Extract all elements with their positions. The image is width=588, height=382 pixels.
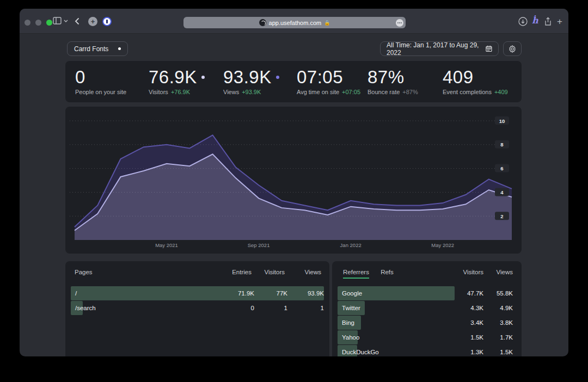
stat-bounce-rate: 87% Bounce rate+87% [367, 67, 418, 95]
minimize-window-button[interactable] [35, 20, 41, 26]
back-icon[interactable] [75, 17, 79, 25]
tables-section: Pages Entries Visitors Views / 71.9K 77K… [20, 261, 568, 356]
chevron-down-icon[interactable] [64, 20, 68, 23]
date-range-button[interactable]: All Time: Jan 1, 2017 to Aug 29, 2022 [380, 41, 499, 56]
downloads-icon[interactable] [518, 17, 528, 26]
site-selector-button[interactable]: Carrd Fonts [67, 41, 128, 56]
svg-text:May 2022: May 2022 [431, 242, 454, 248]
referrer-row-yahoo[interactable]: Yahoo 1.5K 1.7K [338, 330, 516, 344]
views-series-dot [276, 76, 279, 79]
referrer-row-duckduckgo[interactable]: DuckDuckGo 1.3K 1.5K [338, 345, 516, 356]
window-controls[interactable] [24, 20, 52, 26]
site-favicon [259, 19, 266, 26]
stat-current-visitors: 0 People on your site [75, 67, 126, 95]
share-icon[interactable] [544, 17, 552, 26]
referrer-row-google[interactable]: Google 47.7K 55.8K [338, 286, 516, 300]
extension-circle-plus-icon[interactable]: + [88, 17, 97, 26]
gear-icon [509, 45, 516, 53]
stat-avg-time: 07:05 Avg time on site+07:05 [297, 67, 360, 95]
live-visitors-dot [118, 47, 121, 50]
svg-text:Sep 2021: Sep 2021 [248, 242, 270, 248]
col-visitors: Visitors [252, 269, 285, 275]
calendar-icon [486, 45, 492, 52]
browser-toolbar: + app.usefathom.com 🔒 ḣ + [20, 9, 568, 34]
traffic-chart-panel: 246810May 2021Sep 2021Jan 2022May 2022 [65, 107, 522, 254]
referrer-row-twitter[interactable]: Twitter 4.3K 4.9K [338, 301, 516, 315]
col-entries: Entries [208, 269, 252, 275]
close-window-button[interactable] [24, 20, 30, 26]
svg-text:Jan 2022: Jan 2022 [340, 242, 362, 248]
lock-icon: 🔒 [324, 20, 330, 26]
page-row-search[interactable]: /search 0 1 1 [71, 301, 324, 315]
referrers-panel: Referrers Refs Visitors Views Google 47.… [332, 261, 522, 356]
svg-text:4: 4 [500, 189, 504, 195]
pages-title: Pages [75, 269, 93, 275]
page-row-root[interactable]: / 71.9K 77K 93.9K [71, 286, 324, 300]
address-bar[interactable]: app.usefathom.com 🔒 [183, 17, 406, 28]
tab-refs[interactable]: Refs [381, 269, 394, 278]
settings-button[interactable] [503, 41, 522, 56]
sidebar-icon[interactable] [53, 17, 62, 24]
col-views: Views [485, 269, 513, 275]
purple-extension-icon[interactable]: ḣ [532, 15, 538, 26]
zoom-window-button[interactable] [46, 20, 52, 26]
new-tab-icon[interactable]: + [557, 16, 562, 27]
svg-text:May 2021: May 2021 [155, 242, 178, 248]
stats-bar: 0 People on your site 76.9K Visitors+76.… [65, 61, 522, 102]
tab-referrers[interactable]: Referrers [343, 269, 369, 279]
privacy-report-icon[interactable] [396, 19, 403, 27]
site-name: Carrd Fonts [74, 45, 108, 53]
url-text: app.usefathom.com [269, 20, 322, 26]
svg-text:2: 2 [500, 213, 503, 219]
date-range-label: All Time: Jan 1, 2017 to Aug 29, 2022 [387, 41, 486, 57]
stat-views: 93.9K Views+93.9K [223, 67, 279, 95]
svg-text:6: 6 [500, 165, 503, 171]
col-visitors: Visitors [445, 269, 483, 275]
onepassword-extension-icon[interactable] [102, 17, 112, 26]
visitors-series-dot [201, 76, 205, 79]
stat-event-completions: 409 Event completions+409 [443, 67, 508, 95]
col-views: Views [289, 269, 321, 275]
pages-panel: Pages Entries Visitors Views / 71.9K 77K… [65, 261, 329, 356]
svg-text:10: 10 [499, 118, 505, 124]
browser-window: + app.usefathom.com 🔒 ḣ + Carrd Fonts A… [20, 9, 568, 356]
stat-visitors: 76.9K Visitors+76.9K [149, 67, 205, 95]
svg-text:8: 8 [500, 141, 503, 147]
traffic-area-chart[interactable]: 246810May 2021Sep 2021Jan 2022May 2022 [65, 107, 522, 254]
referrer-row-bing[interactable]: Bing 3.4K 3.8K [338, 316, 516, 330]
